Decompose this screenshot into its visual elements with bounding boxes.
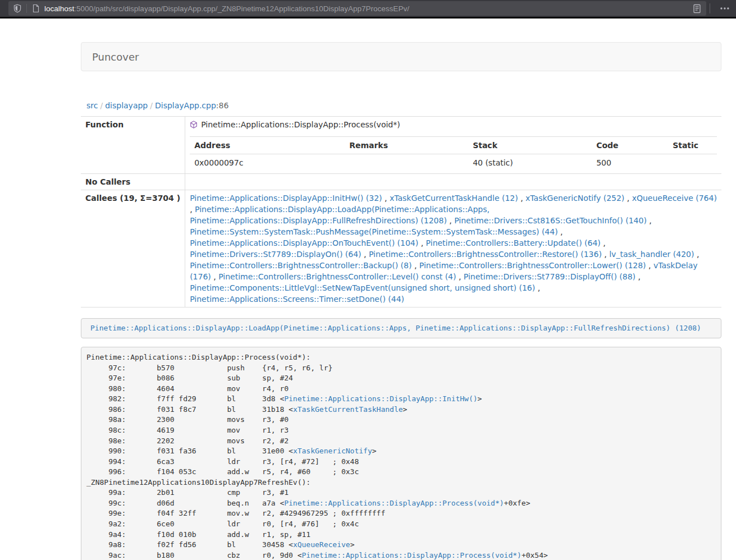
page-content: Puncover src/displayapp/DisplayApp.cpp:8… (81, 42, 721, 560)
callee-link[interactable]: Pinetime::Applications::Screens::Timer::… (190, 295, 404, 304)
callee-link[interactable]: Pinetime::System::SystemTask::PushMessag… (190, 227, 558, 236)
disassembly-block: Pinetime::Applications::DisplayApp::Proc… (81, 347, 721, 560)
cube-icon (190, 120, 198, 132)
asm-line: 98c: 4619 mov r1, r3 (86, 425, 716, 436)
callee-link[interactable]: Pinetime::Drivers::Cst816S::GetTouchInfo… (454, 216, 647, 225)
browser-toolbar: localhost:5000/path/src/displayapp/Displ… (0, 0, 736, 19)
stats-column-header: Stack (468, 137, 592, 154)
callees-row: Callees (19, Σ=3704 ) Pinetime::Applicat… (81, 190, 721, 307)
function-table: Function Pinetime::Applications::Display… (81, 116, 721, 307)
stats-value: 0x0000097c (190, 154, 345, 172)
menu-icon[interactable] (719, 4, 730, 13)
asm-line: 994: 6ca3 ldr r3, [r4, #72] ; 0x48 (86, 457, 716, 467)
stats-row-label (81, 134, 185, 174)
asm-line: Pinetime::Applications::DisplayApp::Proc… (86, 352, 716, 363)
asm-symbol-link[interactable]: xQueueReceive (293, 540, 350, 549)
stats-header-row: AddressRemarksStackCodeStatic (190, 137, 717, 154)
breadcrumb-link-file[interactable]: DisplayApp.cpp (155, 101, 216, 110)
breadcrumb-link-src[interactable]: src (86, 101, 98, 110)
asm-symbol-link[interactable]: Pinetime::Applications::DisplayApp::Init… (284, 394, 477, 403)
callee-link[interactable]: Pinetime::Drivers::St7789::DisplayOn() (… (190, 250, 361, 259)
stats-value: 40 (static) (468, 154, 592, 172)
callee-link[interactable]: Pinetime::Controllers::BrightnessControl… (369, 250, 602, 259)
asm-line: 996: f104 053c add.w r5, r4, #60 ; 0x3c (86, 467, 716, 478)
callee-link[interactable]: Pinetime::Controllers::BrightnessControl… (419, 261, 646, 270)
urlbar-divider (26, 4, 27, 13)
selected-callee-link[interactable]: Pinetime::Applications::DisplayApp::Load… (90, 324, 701, 332)
breadcrumb-line-number: :86 (216, 101, 229, 110)
asm-line: 9a8: f02f fd56 bl 30458 <xQueueReceive> (86, 540, 716, 550)
callees-label: Callees (19, Σ=3704 ) (81, 190, 185, 307)
brand-link[interactable]: Puncover (81, 51, 139, 63)
callee-link[interactable]: Pinetime::Components::LittleVgl::SetNewT… (190, 283, 535, 292)
callee-link[interactable]: lv_task_handler (420) (609, 250, 694, 259)
breadcrumb-separator: / (98, 101, 105, 110)
callee-link[interactable]: Pinetime::Applications::DisplayApp::Init… (190, 194, 382, 203)
breadcrumb-link-displayapp[interactable]: displayapp (105, 101, 148, 110)
asm-line: 980: 4604 mov r4, r0 (86, 384, 716, 394)
toolbar-divider (710, 3, 710, 13)
url-bar[interactable]: localhost:5000/path/src/displayapp/Displ… (8, 1, 706, 16)
callee-link[interactable]: Pinetime::Applications::DisplayApp::Load… (190, 205, 490, 225)
stats-cell: AddressRemarksStackCodeStatic 0x0000097c… (185, 134, 721, 174)
asm-line: 986: f031 f8c7 bl 31b18 <xTaskGetCurrent… (86, 405, 716, 415)
stats-column-header: Address (190, 137, 345, 154)
stats-column-header: Code (592, 137, 668, 154)
shield-icon[interactable] (13, 4, 22, 13)
callee-link[interactable]: Pinetime::Controllers::BrightnessControl… (218, 272, 456, 281)
asm-symbol-link[interactable]: xTaskGenericNotify (293, 447, 372, 455)
asm-line: 99e: f04f 32ff mov.w r2, #4294967295 ; 0… (86, 508, 716, 519)
selected-callee-box: Pinetime::Applications::DisplayApp::Load… (81, 318, 721, 338)
stats-row: AddressRemarksStackCodeStatic 0x0000097c… (81, 134, 721, 174)
asm-line: 98a: 2300 movs r3, #0 (86, 415, 716, 425)
asm-line: 98e: 2202 movs r2, #2 (86, 436, 716, 447)
asm-line: _ZN8Pinetime12Applications10DisplayApp7R… (86, 478, 716, 488)
asm-symbol-link[interactable]: Pinetime::Applications::DisplayApp::Proc… (284, 499, 504, 507)
callee-link[interactable]: xQueueReceive (764) (632, 194, 717, 203)
asm-symbol-link[interactable]: Pinetime::Applications::DisplayApp::Proc… (302, 551, 522, 559)
stats-value (668, 154, 717, 172)
function-name: Pinetime::Applications::DisplayApp::Proc… (201, 120, 400, 129)
no-callers-label: No Callers (81, 174, 185, 190)
function-row: Function Pinetime::Applications::Display… (81, 117, 721, 135)
stats-value: 500 (592, 154, 668, 172)
asm-line: 99c: d06d beq.n a7a <Pinetime::Applicati… (86, 498, 716, 509)
stats-value-row: 0x0000097c40 (static)500 (190, 154, 717, 172)
page-icon[interactable] (32, 4, 40, 13)
url-text[interactable]: localhost:5000/path/src/displayapp/Displ… (44, 4, 689, 13)
url-path: :5000/path/src/displayapp/DisplayApp.cpp… (74, 4, 409, 13)
asm-line: 9a2: 6ce0 ldr r0, [r4, #76] ; 0x4c (86, 519, 716, 530)
stats-column-header: Static (668, 137, 717, 154)
asm-symbol-link[interactable]: xTaskGetCurrentTaskHandle (293, 405, 403, 414)
function-label: Function (81, 117, 185, 135)
callee-link[interactable]: xTaskGetCurrentTaskHandle (12) (390, 194, 518, 203)
stats-column-header: Remarks (345, 137, 468, 154)
reader-view-icon[interactable] (693, 4, 701, 13)
asm-line: 9a4: f10d 010b add.w r1, sp, #11 (86, 530, 716, 540)
callee-link[interactable]: xTaskGenericNotify (252) (525, 194, 624, 203)
asm-line: 97e: b086 sub sp, #24 (86, 373, 716, 384)
callee-link[interactable]: Pinetime::Drivers::St7789::DisplayOff() … (464, 272, 636, 281)
stats-table: AddressRemarksStackCodeStatic 0x0000097c… (190, 136, 717, 171)
breadcrumb-separator: / (148, 101, 155, 110)
asm-line: 97c: b570 push {r4, r5, r6, lr} (86, 363, 716, 374)
asm-line: 982: f7ff fd29 bl 3d8 <Pinetime::Applica… (86, 394, 716, 405)
no-callers-cell (185, 174, 721, 190)
stats-value (345, 154, 468, 172)
asm-line: 9ac: b180 cbz r0, 9d0 <Pinetime::Applica… (86, 550, 716, 560)
callee-link[interactable]: Pinetime::Controllers::Battery::Update()… (426, 238, 601, 247)
callee-link[interactable]: Pinetime::Applications::DisplayApp::OnTo… (190, 238, 418, 247)
asm-line: 99a: 2b01 cmp r3, #1 (86, 488, 716, 498)
no-callers-row: No Callers (81, 174, 721, 190)
callees-list: Pinetime::Applications::DisplayApp::Init… (185, 190, 721, 307)
function-name-cell: Pinetime::Applications::DisplayApp::Proc… (185, 117, 721, 135)
breadcrumb: src/displayapp/DisplayApp.cpp:86 (81, 100, 721, 111)
url-host: localhost (44, 4, 74, 13)
navbar: Puncover (81, 42, 721, 71)
asm-line: 990: f031 fa36 bl 31e00 <xTaskGenericNot… (86, 446, 716, 457)
callee-link[interactable]: Pinetime::Controllers::BrightnessControl… (190, 261, 412, 270)
